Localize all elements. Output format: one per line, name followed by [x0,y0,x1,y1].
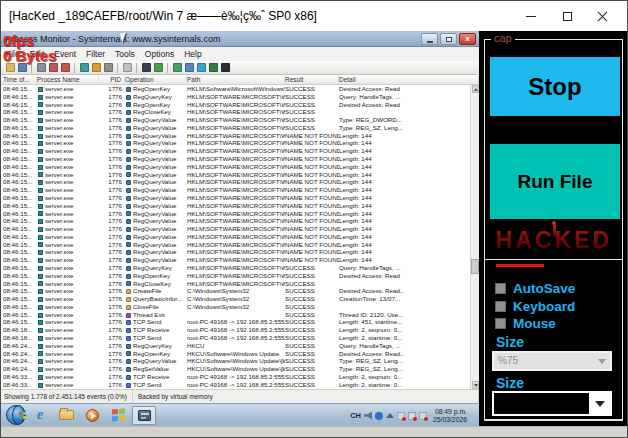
table-row[interactable]: 08:46:24...server.exe1776RegQueryValueHK… [1,357,470,365]
col-result[interactable]: Result [285,75,339,84]
usb-alert-icon[interactable] [408,412,416,420]
table-row[interactable]: 08:46:24...server.exe1776RegSetValueHKCU… [1,365,470,373]
scroll-down-arrow[interactable] [472,381,479,389]
menu-options[interactable]: Options [140,49,179,59]
show-filesystem-icon[interactable] [185,63,194,72]
show-network-icon[interactable] [197,63,206,72]
maximize-button[interactable] [549,1,585,31]
remote-screen-view[interactable]: Process Monitor - Sysinternals: www.sysi… [1,31,479,426]
table-row[interactable]: 08:46:33...server.exe1776TCP Receiveroot… [1,373,470,381]
checkbox-mouse[interactable] [495,318,506,329]
table-row[interactable]: 08:46:15...server.exe1776RegQueryValueHK… [1,147,470,155]
search-icon[interactable] [37,63,46,72]
table-row[interactable]: 08:46:15...server.exe1776RegQueryValueHK… [1,241,470,249]
procmon-restore-button[interactable] [440,33,457,45]
table-row[interactable]: 08:46:15...server.exe1776RegQueryValueHK… [1,124,470,132]
table-row[interactable]: 08:46:15...server.exe1776RegCloseKeyHKLM… [1,108,470,116]
table-row[interactable]: 08:46:18...server.exe1776TCP Receiveroot… [1,326,470,334]
scrollbar-thumb[interactable] [471,259,479,274]
col-operation[interactable]: Operation [125,75,187,84]
table-row[interactable]: 08:46:15...server.exe1776QueryBasicInfor… [1,295,470,303]
table-row[interactable]: 08:46:15...server.exe1776RegQueryValueHK… [1,248,470,256]
table-row[interactable]: 08:46:15...server.exe1776RegQueryValueHK… [1,155,470,163]
close-button[interactable] [585,1,621,31]
stop-button[interactable]: Stop [490,57,620,116]
save-icon[interactable] [18,63,27,72]
table-row[interactable]: 08:46:15...server.exe1776RegQueryKeyHKLM… [1,264,470,272]
col-pid[interactable]: PID [99,75,125,84]
table-row[interactable]: 08:46:15...server.exe1776RegQueryValueHK… [1,233,470,241]
properties-icon[interactable] [123,63,132,72]
table-row[interactable]: 08:46:15...server.exe1776RegQueryKeyHKLM… [1,93,470,101]
table-row[interactable]: 08:46:15...server.exe1776RegQueryValueHK… [1,116,470,124]
menu-filter[interactable]: Filter [81,49,110,59]
checkbox-keyboard[interactable] [495,301,506,312]
table-row[interactable]: 08:46:24...server.exe1776RegOpenKeyHKCU\… [1,350,470,358]
table-row[interactable]: 08:46:15...server.exe1776RegQueryValueHK… [1,202,470,210]
table-row[interactable]: 08:46:15...server.exe1776RegQueryValueHK… [1,171,470,179]
scroll-up-arrow[interactable] [472,85,479,93]
col-time[interactable]: Time of... [1,75,37,84]
explorer-icon[interactable] [54,406,78,425]
table-row[interactable]: 08:46:15...server.exe1776RegQueryValueHK… [1,225,470,233]
highlight-icon[interactable] [92,63,101,72]
menu-help[interactable]: Help [179,49,206,59]
procmon-close-button[interactable]: x [459,33,476,45]
windows-flag-icon[interactable] [106,406,130,425]
table-row[interactable]: 08:46:15...server.exe1776RegQueryValueHK… [1,217,470,225]
table-row[interactable]: 08:46:15...server.exe1776Thread ExitSUCC… [1,311,470,319]
show-registry-icon[interactable] [173,63,182,72]
size-dropdown-2[interactable] [492,391,612,416]
checkbox-row-mouse[interactable]: Mouse [495,315,575,333]
table-row[interactable]: 08:46:15...server.exe1776RegCloseKeyHKLM… [1,280,470,288]
procmon-taskbar-icon[interactable] [132,406,156,425]
table-row[interactable]: 08:46:15...server.exe1776RegQueryValueHK… [1,139,470,147]
checkbox-autosave[interactable] [495,283,506,294]
table-row[interactable]: 08:46:15...server.exe1776RegQueryValueHK… [1,178,470,186]
table-row[interactable]: 08:46:15...server.exe1776RegQueryValueHK… [1,256,470,264]
procmon-minimize-button[interactable] [421,33,438,45]
gear-icon[interactable] [104,63,113,72]
media-player-icon[interactable] [80,406,104,425]
show-process-icon[interactable] [209,63,218,72]
dropdown-button[interactable] [589,393,610,414]
find-icon[interactable] [142,63,151,72]
checkbox-row-keyboard[interactable]: Keyboard [495,298,575,316]
table-row[interactable]: 08:46:24...server.exe1776RegQueryKeyHKCU… [1,342,470,350]
table-row[interactable]: 08:46:15...server.exe1776RegOpenKeyHKLM\… [1,272,470,280]
table-row[interactable]: 08:46:15...server.exe1776TCP Sendroot-PC… [1,318,470,326]
clock[interactable]: 08:49 p.m. 25/03/2026 [433,408,467,424]
jump-icon[interactable] [154,63,163,72]
table-row[interactable]: 08:46:15...server.exe1776RegQueryValueHK… [1,132,470,140]
volume-icon[interactable] [364,412,372,420]
vertical-scrollbar[interactable] [470,85,479,389]
language-indicator[interactable]: CH [350,411,361,420]
col-path[interactable]: Path [187,75,285,84]
minimize-button[interactable] [513,1,549,31]
run-file-button[interactable]: Run File [490,144,620,219]
menu-tools[interactable]: Tools [110,49,140,59]
col-process-name[interactable]: Process Name [37,75,99,84]
info-icon[interactable] [375,412,383,420]
size-dropdown-1[interactable]: %75 [492,351,612,371]
table-row[interactable]: 08:46:15...server.exe1776RegOpenKeyHKLM\… [1,101,470,109]
filter-icon[interactable] [61,63,70,72]
network-alert-icon[interactable] [397,412,405,420]
update-alert-icon[interactable] [419,412,427,420]
table-row[interactable]: 08:46:15...server.exe1776RegQueryValueHK… [1,186,470,194]
hidden-icons-arrow[interactable] [386,413,394,418]
start-orb[interactable] [12,405,25,425]
table-row[interactable]: 08:46:15...server.exe1776CreateFileC:\Wi… [1,287,470,295]
pin-icon[interactable] [80,63,89,72]
table-row[interactable]: 08:46:15...server.exe1776RegOpenKeyHKLM\… [1,85,470,93]
show-profiling-icon[interactable] [221,63,230,72]
clock-icon[interactable] [49,63,58,72]
table-row[interactable]: 08:46:15...server.exe1776CloseFileC:\Win… [1,303,470,311]
checkbox-row-autosave[interactable]: AutoSave [495,280,575,298]
start-orb[interactable] [6,405,26,425]
table-row[interactable]: 08:46:15...server.exe1776RegQueryValueHK… [1,194,470,202]
open-icon[interactable] [6,63,15,72]
table-row[interactable]: 08:46:15...server.exe1776RegQueryValueHK… [1,210,470,218]
ie-icon[interactable]: e [28,406,52,425]
table-row[interactable]: 08:46:18...server.exe1776TCP Sendroot-PC… [1,334,470,342]
